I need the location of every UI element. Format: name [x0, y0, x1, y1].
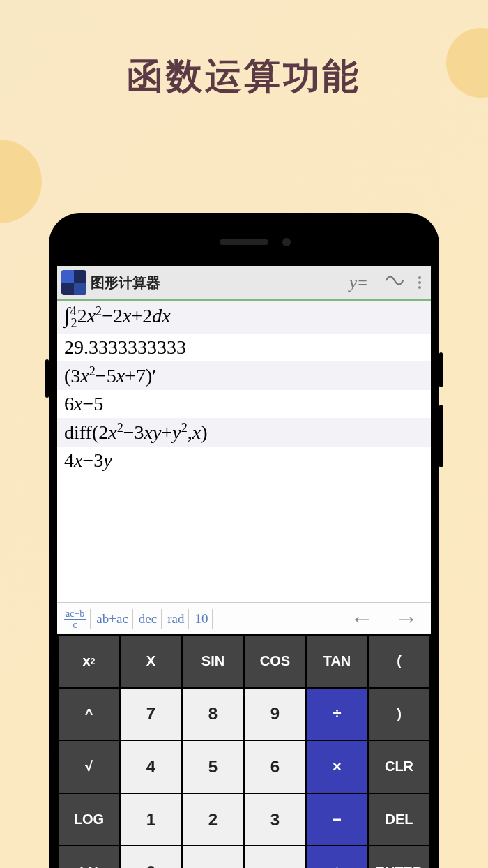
key-rparen[interactable]: )	[369, 689, 429, 740]
history-result[interactable]: 4x−3y	[57, 447, 431, 474]
key-dot[interactable]: .	[183, 846, 243, 868]
key-log[interactable]: LOG	[59, 794, 119, 846]
key-lparen[interactable]: (	[369, 636, 429, 687]
keypad: x2 X SIN COS TAN ( ^ 7 8 9 ÷ ) √ 4 5 6 ×…	[57, 634, 431, 868]
key-9[interactable]: 9	[245, 689, 305, 740]
key-clr[interactable]: CLR	[369, 741, 429, 793]
key-4[interactable]: 4	[121, 741, 181, 793]
history-expression[interactable]: ∫422x2−2x+2dx	[57, 301, 431, 334]
y-equals-button[interactable]: y=	[341, 274, 376, 292]
key-tan[interactable]: TAN	[307, 636, 367, 687]
key-8[interactable]: 8	[183, 689, 243, 740]
history-expression[interactable]: (3x2−5x+7)′	[57, 361, 431, 390]
key-minus[interactable]: −	[307, 794, 367, 846]
key-6[interactable]: 6	[245, 741, 305, 793]
key-sin[interactable]: SIN	[183, 636, 243, 687]
key-sqrt[interactable]: √	[59, 741, 119, 793]
expand-mode-button[interactable]: ab+ac	[92, 609, 133, 629]
calculation-history[interactable]: ∫422x2−2x+2dx 29.3333333333 (3x2−5x+7)′ …	[57, 301, 431, 602]
key-divide[interactable]: ÷	[307, 689, 367, 740]
precision-button[interactable]: 10	[190, 609, 213, 629]
key-2[interactable]: 2	[183, 794, 243, 846]
key-del[interactable]: DEL	[369, 794, 429, 846]
rad-mode-button[interactable]: rad	[163, 609, 189, 629]
history-result[interactable]: 29.3333333333	[57, 334, 431, 361]
key-plus[interactable]: +	[307, 846, 367, 868]
history-expression[interactable]: diff(2x2−3xy+y2,x)	[57, 418, 431, 447]
fraction-mode-button[interactable]: ac+b c	[60, 609, 91, 629]
key-enter[interactable]: ENTER	[369, 846, 429, 868]
key-7[interactable]: 7	[121, 689, 181, 740]
key-cos[interactable]: COS	[245, 636, 305, 687]
page-headline: 函数运算功能	[0, 0, 488, 101]
app-icon	[61, 270, 86, 295]
phone-frame: 图形计算器 y= ∫422x2−2x+2dx 29.3333333333 (3x…	[49, 213, 439, 868]
app-title: 图形计算器	[91, 274, 341, 292]
cursor-right-button[interactable]: →	[385, 605, 428, 632]
overflow-menu-icon[interactable]	[413, 276, 427, 289]
app-bar: 图形计算器 y=	[57, 266, 431, 301]
key-0[interactable]: 0	[121, 846, 181, 868]
cursor-left-button[interactable]: ←	[340, 605, 383, 632]
history-result[interactable]: 6x−5	[57, 390, 431, 418]
key-3[interactable]: 3	[245, 794, 305, 846]
key-x-squared[interactable]: x2	[59, 636, 119, 687]
key-x[interactable]: X	[121, 636, 181, 687]
key-comma[interactable]: ,	[245, 846, 305, 868]
key-ln[interactable]: LN	[59, 846, 119, 868]
key-5[interactable]: 5	[183, 741, 243, 793]
mode-bar: ac+b c ab+ac dec rad 10 ← →	[57, 602, 431, 634]
graph-icon[interactable]	[376, 273, 413, 292]
key-power[interactable]: ^	[59, 689, 119, 740]
dec-mode-button[interactable]: dec	[135, 609, 162, 629]
key-multiply[interactable]: ×	[307, 741, 367, 793]
key-1[interactable]: 1	[121, 794, 181, 846]
